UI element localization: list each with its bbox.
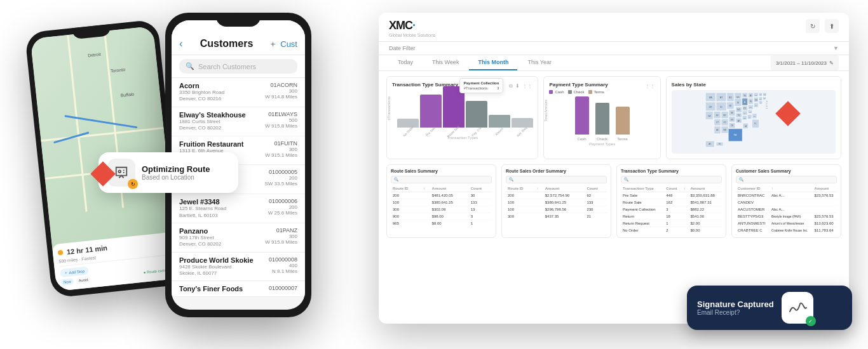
table-row: 100$380,641.25133 bbox=[391, 199, 492, 206]
filter-label: Date Filter bbox=[389, 45, 416, 51]
svg-text:KS: KS bbox=[731, 119, 733, 121]
svg-text:TN: TN bbox=[737, 114, 740, 117]
col-amount: Amount bbox=[813, 185, 837, 192]
col-type: Transaction Type bbox=[621, 185, 664, 192]
svg-text:PA: PA bbox=[759, 98, 761, 100]
date-range[interactable]: 3/1/2021 – 11/10/2023 ✎ bbox=[771, 55, 839, 70]
svg-text:FL: FL bbox=[754, 122, 757, 125]
customers-title: Customers bbox=[200, 38, 254, 49]
svg-text:IN: IN bbox=[750, 100, 752, 103]
chart-copy-icon[interactable]: ⧉ bbox=[509, 83, 513, 89]
refresh-button[interactable]: ↻ bbox=[806, 19, 820, 33]
svg-text:AK: AK bbox=[709, 143, 711, 145]
payment-chart-menu[interactable]: ⋮⋮ bbox=[645, 83, 655, 89]
table-row: 965$8.001 bbox=[391, 220, 492, 227]
cust-label[interactable]: Cust bbox=[280, 39, 297, 49]
chart-menu-icon[interactable]: ⋮⋮ bbox=[522, 83, 532, 89]
refresh-icon: ↻ bbox=[128, 179, 138, 189]
svg-text:OK: OK bbox=[731, 124, 733, 127]
route-badge: ↻ Optimizing Route Based on Location bbox=[98, 152, 238, 193]
dashboard-tabs: Today This Week This Month This Year 3/1… bbox=[379, 55, 849, 71]
signature-icon bbox=[787, 300, 808, 315]
tab-this-week[interactable]: This Week bbox=[423, 55, 468, 70]
route-sales-order-table: Route Sales Order Summary Route ID ↑ Amo… bbox=[501, 164, 611, 238]
svg-text:RI: RI bbox=[766, 104, 767, 105]
timing-option[interactable]: Now bbox=[61, 278, 74, 286]
table-row: Payment Collection3$882.22 bbox=[621, 206, 722, 213]
customer-sales-title: Customer Sales Summary bbox=[736, 169, 837, 173]
dashboard: XMC· Global Mobile Solutions ↻ ⬆ Date Fi… bbox=[379, 13, 849, 324]
chart-download-icon[interactable]: ⬇ bbox=[515, 83, 520, 89]
tab-this-year[interactable]: This Year bbox=[519, 55, 560, 70]
table-row: No Order2$0.00 bbox=[621, 227, 722, 234]
transaction-type-table-title: Transaction Type Summary bbox=[621, 169, 722, 173]
table-row: ANTUNSWESTIArtum's of Westchester$13,623… bbox=[736, 220, 837, 227]
route-badge-subtitle: Based on Location bbox=[142, 174, 210, 181]
svg-text:SD: SD bbox=[729, 105, 731, 107]
svg-text:VA: VA bbox=[755, 105, 757, 107]
payment-type-title: Payment Type Summary bbox=[549, 82, 607, 88]
svg-text:WA: WA bbox=[709, 96, 712, 99]
list-item[interactable]: Tony's Finer Foods 010000007 bbox=[172, 281, 305, 297]
col-sort[interactable]: ↑ bbox=[534, 185, 543, 192]
tab-today[interactable]: Today bbox=[389, 55, 422, 70]
us-map: WA MT ND MN WI MI NY bbox=[672, 90, 836, 154]
dashboard-body: Transaction Type Summary ⧉ ⬇ ⋮⋮ #Transac… bbox=[379, 71, 849, 248]
search-icon: 🔍 bbox=[186, 62, 194, 70]
svg-text:ND: ND bbox=[729, 96, 732, 99]
signature-subtitle: Email Receipt? bbox=[697, 309, 774, 316]
list-item[interactable]: Produce World Skokie 9428 Skokie Bouleva… bbox=[172, 253, 305, 282]
col-count: Count bbox=[664, 185, 682, 192]
svg-text:MS: MS bbox=[743, 117, 746, 119]
share-button[interactable]: ⬆ bbox=[825, 19, 839, 33]
payment-x-label: Payment Types bbox=[549, 142, 654, 146]
table-row: BESTTYP5/G3Bestyle Image (PAR)$23,576.53 bbox=[736, 213, 837, 220]
svg-text:IA: IA bbox=[737, 102, 739, 104]
svg-text:NE: NE bbox=[731, 112, 733, 114]
col-sort[interactable]: ↑ bbox=[421, 185, 430, 192]
tab-this-month[interactable]: This Month bbox=[469, 55, 517, 70]
svg-text:NJ: NJ bbox=[763, 98, 764, 99]
dashboard-subtitle: Global Mobile Solutions bbox=[389, 33, 436, 37]
payment-legend: Cash Check Terms bbox=[549, 90, 654, 94]
add-customer-button[interactable]: + bbox=[271, 39, 276, 49]
edit-icon: ✎ bbox=[829, 60, 834, 66]
route-badge-title: Optimizing Route bbox=[142, 164, 210, 174]
col-sort[interactable]: ↑ bbox=[770, 185, 813, 192]
avoid-option[interactable]: Avoid bbox=[76, 276, 91, 284]
route-sales-order-search[interactable] bbox=[506, 176, 607, 183]
list-item[interactable]: Acorn 3350 Brighton RoadDenver, CO 80216… bbox=[172, 78, 305, 107]
list-item[interactable]: Elway's Steakhouse 1881 Curtis StreetDen… bbox=[172, 107, 305, 136]
svg-text:WY: WY bbox=[723, 114, 726, 117]
table-row: CRABTREE CCrabtree Knife House Inc.$11,7… bbox=[736, 227, 837, 234]
customers-actions: + Cust bbox=[271, 39, 297, 49]
svg-text:NH: NH bbox=[766, 100, 768, 102]
map-city-detroit: Detroit bbox=[88, 52, 101, 58]
transaction-type-search[interactable] bbox=[621, 176, 722, 183]
svg-text:HI: HI bbox=[719, 143, 721, 145]
col-sort[interactable]: ↑ bbox=[682, 185, 689, 192]
signature-icon-area: ✓ bbox=[782, 292, 813, 324]
customer-sales-search[interactable] bbox=[736, 176, 837, 183]
map-city-buffalo: Buffalo bbox=[120, 92, 134, 98]
route-sales-search[interactable] bbox=[391, 176, 492, 183]
svg-text:DE: DE bbox=[766, 107, 768, 109]
col-count: Count bbox=[469, 185, 492, 192]
col-route-id: Route ID bbox=[391, 185, 421, 192]
sales-by-state-title: Sales by State bbox=[672, 82, 836, 88]
search-bar[interactable]: 🔍 Search Customers bbox=[179, 59, 297, 74]
dashboard-logo-area: XMC· Global Mobile Solutions bbox=[389, 19, 436, 37]
table-row: 100$296,798.56230 bbox=[506, 206, 607, 213]
svg-text:NV: NV bbox=[715, 114, 718, 117]
list-item[interactable]: Jewel #3348 125 E. Stearns RoadBartlett,… bbox=[172, 194, 305, 223]
col-customer-id: Customer ID bbox=[736, 185, 770, 192]
svg-text:MI: MI bbox=[749, 95, 751, 97]
back-button[interactable]: ‹ bbox=[179, 38, 182, 49]
dashboard-header-actions: ↻ ⬆ bbox=[806, 19, 839, 33]
filter-icon[interactable]: ▼ bbox=[833, 45, 839, 51]
svg-text:IL: IL bbox=[744, 101, 746, 103]
add-stop-button[interactable]: ＋ Add Stop bbox=[60, 267, 89, 278]
svg-text:ME: ME bbox=[763, 94, 766, 96]
table-row: Return18$541.00 bbox=[621, 213, 722, 220]
list-item[interactable]: Panzano 909 17th StreetDenver, CO 80202 … bbox=[172, 223, 305, 253]
